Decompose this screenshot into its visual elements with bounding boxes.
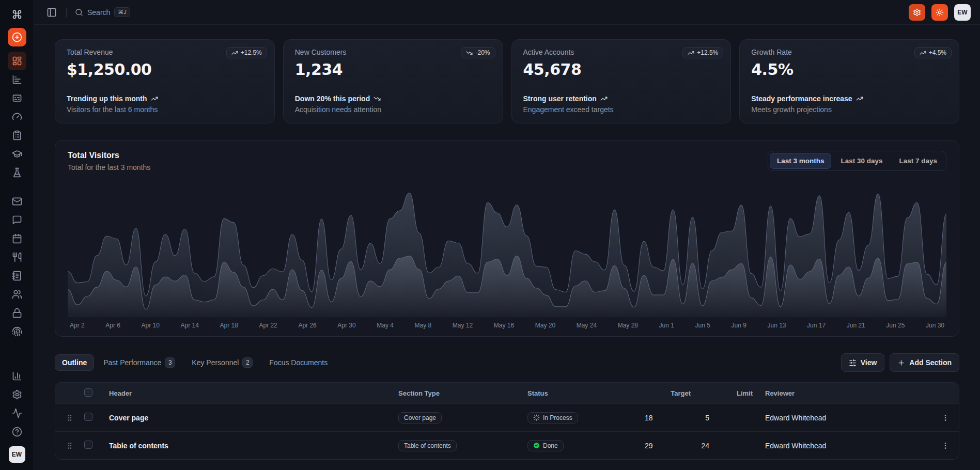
col-section-type: Section Type: [394, 389, 523, 397]
mail-icon: [12, 196, 22, 207]
sidebar-item-identity[interactable]: [8, 322, 26, 341]
command-icon: [12, 9, 22, 20]
row-target-cell: 18: [645, 414, 699, 422]
sidebar-item-learning[interactable]: [8, 145, 26, 163]
fingerprint-icon: [12, 326, 22, 337]
calendar-icon: [12, 233, 22, 244]
stat-card-footer-title: Trending up this month: [67, 95, 263, 103]
visitors-area-chart[interactable]: [68, 185, 946, 317]
stat-card-new-customers: New Customers-20%1,234Down 20% this peri…: [283, 39, 503, 123]
tab-outline[interactable]: Outline: [55, 354, 94, 371]
sidebar-item-performance[interactable]: [8, 107, 26, 126]
theme-settings-button[interactable]: [909, 4, 925, 21]
sidebar-item-orders[interactable]: [8, 126, 26, 145]
x-tick: Jun 5: [695, 322, 710, 329]
select-all-checkbox[interactable]: [84, 388, 105, 398]
section-type-badge: Cover page: [398, 412, 442, 424]
sections-table: Header Section Type Status Target Limit …: [55, 382, 959, 460]
sidebar-toggle-button[interactable]: [43, 4, 60, 21]
range-last-7-days[interactable]: Last 7 days: [892, 153, 944, 169]
x-tick: Apr 14: [181, 322, 199, 329]
sidebar-item-experiments[interactable]: [8, 163, 26, 182]
sidebar-user-avatar[interactable]: EW: [9, 446, 25, 463]
row-menu-button[interactable]: [939, 412, 952, 424]
tab-count-badge: 3: [165, 357, 175, 368]
clipboard-list-icon: [12, 130, 22, 140]
x-tick: May 16: [494, 322, 514, 329]
row-checkbox[interactable]: [84, 441, 105, 450]
sliders-icon: [849, 359, 857, 367]
sidebar-item-dashboard[interactable]: [8, 52, 26, 70]
trending-down-icon: [466, 50, 473, 56]
drag-handle[interactable]: [55, 414, 84, 422]
row-status-cell: Done: [523, 440, 645, 451]
x-tick: May 4: [377, 322, 394, 329]
trending-down-icon: [374, 95, 381, 102]
range-last-30-days[interactable]: Last 30 days: [833, 153, 890, 169]
sidebar-nav-footer: [8, 367, 26, 441]
stat-card-footer-title: Strong user retention: [523, 95, 720, 103]
search-input[interactable]: Search ⌘J: [73, 4, 132, 20]
x-tick: Jun 21: [847, 322, 865, 329]
stat-card-value: 1,234: [295, 60, 491, 79]
app-logo-button[interactable]: [8, 3, 26, 26]
view-button[interactable]: View: [841, 353, 885, 372]
sliders-icon: [849, 359, 857, 367]
section-type-badge: Table of contents: [398, 440, 457, 451]
x-tick: Jun 1: [659, 322, 674, 329]
x-tick: May 12: [453, 322, 473, 329]
tab-past-performance[interactable]: Past Performance3: [96, 353, 182, 372]
range-last-3-months[interactable]: Last 3 months: [770, 153, 832, 169]
tab-key-personnel[interactable]: Key Personnel2: [184, 353, 260, 372]
sidebar-item-notebook[interactable]: [8, 267, 26, 285]
view-button-label: View: [861, 358, 877, 367]
sidebar-item-help[interactable]: [8, 422, 26, 441]
flask-icon: [12, 167, 22, 178]
sidebar-item-dining[interactable]: [8, 248, 26, 267]
sidebar-item-mail[interactable]: [8, 192, 26, 211]
sidebar-item-cards[interactable]: [8, 89, 26, 107]
add-section-button[interactable]: Add Section: [890, 353, 959, 372]
chart-subtitle: Total for the last 3 months: [68, 163, 150, 171]
plus-icon: [897, 359, 905, 367]
sidebar-item-security[interactable]: [8, 304, 26, 322]
x-tick: Jun 25: [886, 322, 905, 329]
table-body: Cover pageCover pageIn Process185Edward …: [55, 403, 959, 459]
plus-icon: [897, 359, 905, 367]
user-avatar[interactable]: EW: [954, 4, 971, 21]
quick-create-button[interactable]: [8, 28, 26, 46]
x-tick: Jun 30: [926, 322, 944, 329]
sidebar-item-team[interactable]: [8, 285, 26, 304]
gauge-icon: [12, 112, 22, 122]
trend-badge: -20%: [461, 47, 495, 58]
grip-vertical-icon: [66, 414, 74, 422]
lock-icon: [12, 308, 22, 318]
theme-toggle-button[interactable]: [931, 4, 948, 21]
chart-area[interactable]: Apr 2Apr 6Apr 10Apr 14Apr 18Apr 22Apr 26…: [68, 185, 946, 329]
sidebar-item-reports[interactable]: [8, 367, 26, 385]
drag-handle[interactable]: [55, 442, 84, 450]
tab-focus-documents[interactable]: Focus Documents: [262, 354, 335, 371]
captions-icon: [12, 93, 22, 103]
tab-count-badge: 2: [242, 357, 253, 368]
loader-icon: [533, 414, 540, 421]
sidebar-item-analytics[interactable]: [8, 70, 26, 89]
sidebar-item-activity[interactable]: [8, 404, 26, 422]
stat-card-total-revenue: Total Revenue+12.5%$1,250.00Trending up …: [55, 39, 275, 123]
sidebar-item-calendar[interactable]: [8, 229, 26, 248]
col-limit: Limit: [699, 389, 761, 397]
row-checkbox[interactable]: [84, 413, 105, 422]
sidebar-item-settings[interactable]: [8, 385, 26, 404]
row-menu-button[interactable]: [939, 440, 952, 452]
sidebar: EW: [0, 0, 34, 470]
settings-icon: [12, 389, 22, 400]
x-tick: May 8: [415, 322, 432, 329]
stat-card-footer-desc: Visitors for the last 6 months: [67, 105, 263, 114]
sidebar-item-messages[interactable]: [8, 211, 26, 229]
trending-up-icon: [920, 50, 926, 56]
stat-card-value: 45,678: [523, 60, 720, 79]
chart-bar-icon: [12, 74, 22, 85]
graduation-cap-icon: [12, 149, 22, 159]
sidebar-nav-primary: [8, 52, 26, 182]
total-visitors-card: Total Visitors Total for the last 3 mont…: [55, 140, 959, 337]
